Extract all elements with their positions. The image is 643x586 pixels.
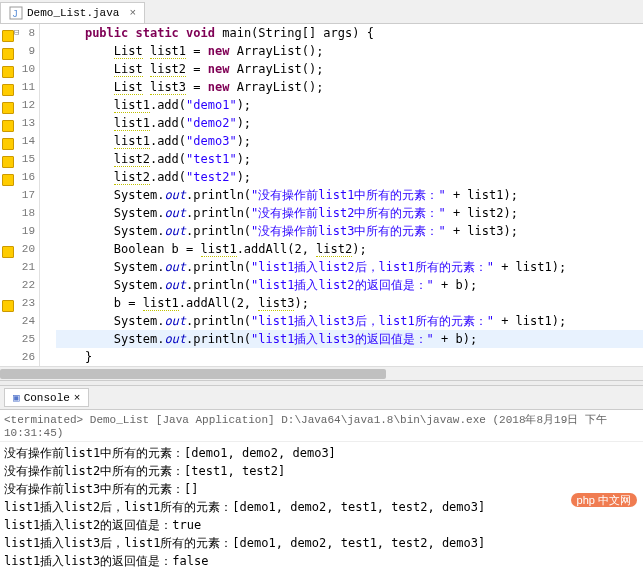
close-icon[interactable]: × [74,392,81,404]
line-number: 15 [0,153,39,165]
code-line[interactable]: Boolean b = list1.addAll(2, list2); [56,240,643,258]
line-number: 19 [0,225,39,237]
code-line[interactable]: public static void main(String[] args) { [56,24,643,42]
scrollbar-thumb[interactable] [0,369,386,379]
code-line[interactable]: System.out.println("没有操作前list2中所有的元素：" +… [56,204,643,222]
line-number: 9 [0,45,39,57]
code-line[interactable]: List list3 = new ArrayList(); [56,78,643,96]
line-number: 12 [0,99,39,111]
file-tab[interactable]: J Demo_List.java × [0,2,145,23]
line-number: 25 [0,333,39,345]
code-line[interactable]: list1.add("demo1"); [56,96,643,114]
console-line: 没有操作前list1中所有的元素：[demo1, demo2, demo3] [4,444,639,462]
line-number: 23 [0,297,39,309]
line-number: 22 [0,279,39,291]
console-tab-bar: ▣ Console × [0,386,643,410]
line-number: 14 [0,135,39,147]
console-line: list1插入list2后，list1所有的元素：[demo1, demo2, … [4,498,639,516]
console-tab-label: Console [24,392,70,404]
code-line[interactable]: list1.add("demo3"); [56,132,643,150]
console-line: list1插入list3后，list1所有的元素：[demo1, demo2, … [4,534,639,552]
code-line[interactable]: list2.add("test2"); [56,168,643,186]
line-number: 24 [0,315,39,327]
console-output[interactable]: 没有操作前list1中所有的元素：[demo1, demo2, demo3]没有… [0,442,643,572]
code-editor[interactable]: 891011121314151617181920212223242526 pub… [0,24,643,366]
line-number: 20 [0,243,39,255]
line-gutter: 891011121314151617181920212223242526 [0,24,40,366]
code-area[interactable]: public static void main(String[] args) {… [40,24,643,366]
line-number: 26 [0,351,39,363]
file-tab-label: Demo_List.java [27,7,119,19]
code-line[interactable]: System.out.println("list1插入list3的返回值是：" … [56,330,643,348]
java-file-icon: J [9,6,23,20]
code-line[interactable]: } [56,348,643,366]
line-number: 13 [0,117,39,129]
editor-tab-bar: J Demo_List.java × [0,0,643,24]
watermark: php 中文网 [571,493,637,508]
code-line[interactable]: System.out.println("没有操作前list3中所有的元素：" +… [56,222,643,240]
line-number: 17 [0,189,39,201]
code-line[interactable]: System.out.println("list1插入list2的返回值是：" … [56,276,643,294]
console-tab[interactable]: ▣ Console × [4,388,89,407]
line-number: 18 [0,207,39,219]
console-panel: ▣ Console × <terminated> Demo_List [Java… [0,386,643,572]
code-line[interactable]: List list2 = new ArrayList(); [56,60,643,78]
code-line[interactable]: System.out.println("list1插入list3后，list1所… [56,312,643,330]
console-line: 没有操作前list3中所有的元素：[] [4,480,639,498]
line-number: 16 [0,171,39,183]
code-line[interactable]: list2.add("test1"); [56,150,643,168]
close-icon[interactable]: × [129,7,136,19]
console-line: list1插入list2的返回值是：true [4,516,639,534]
svg-text:J: J [12,9,18,20]
horizontal-scrollbar[interactable] [0,366,643,380]
code-line[interactable]: list1.add("demo2"); [56,114,643,132]
line-number: 8 [0,27,39,39]
code-line[interactable]: List list1 = new ArrayList(); [56,42,643,60]
code-line[interactable]: System.out.println("没有操作前list1中所有的元素：" +… [56,186,643,204]
code-line[interactable]: b = list1.addAll(2, list3); [56,294,643,312]
watermark-badge: php 中文网 [571,493,637,507]
line-number: 11 [0,81,39,93]
code-line[interactable]: System.out.println("list1插入list2后，list1所… [56,258,643,276]
console-icon: ▣ [13,391,20,404]
console-line: 没有操作前list2中所有的元素：[test1, test2] [4,462,639,480]
line-number: 21 [0,261,39,273]
terminated-process-label: <terminated> Demo_List [Java Application… [0,410,643,442]
console-line: list1插入list3的返回值是：false [4,552,639,570]
line-number: 10 [0,63,39,75]
